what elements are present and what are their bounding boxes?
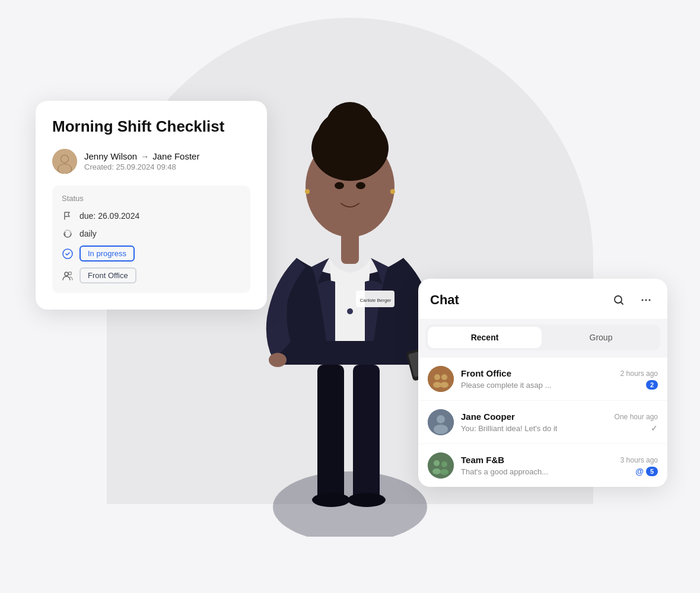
chat-preview-row-fb: That's a good approach... @ 5 (461, 467, 658, 476)
created-date: Created: 25.09.2024 09:48 (84, 162, 199, 171)
chat-name-jane-cooper: Jane Cooper (461, 412, 515, 422)
more-options-button[interactable] (637, 291, 656, 310)
svg-point-47 (441, 461, 447, 467)
user-row: Jenny Wilson → Jane Foster Created: 25.0… (52, 149, 250, 174)
team-fb-content: Team F&B 3 hours ago That's a good appro… (461, 455, 658, 476)
svg-point-44 (434, 425, 448, 434)
chat-badges-front-office: 2 (646, 380, 658, 390)
svg-point-45 (428, 452, 454, 479)
svg-point-19 (320, 117, 350, 144)
tab-container: Recent Group (418, 320, 667, 358)
people-icon (62, 270, 74, 282)
jane-cooper-content: Jane Cooper One hour ago You: Brilliant … (461, 412, 658, 433)
jane-cooper-avatar (428, 409, 454, 435)
user-info: Jenny Wilson → Jane Foster Created: 25.0… (84, 151, 199, 171)
chat-title: Chat (430, 292, 459, 308)
chat-header: Chat (418, 279, 667, 320)
recurrence-icon (62, 228, 74, 240)
chat-item-header-jc: Jane Cooper One hour ago (461, 412, 658, 422)
chat-item-team-fb[interactable]: Team F&B 3 hours ago That's a good appro… (418, 444, 667, 487)
svg-point-4 (348, 493, 386, 507)
front-office-badge[interactable]: Front Office (79, 267, 136, 283)
svg-point-41 (440, 382, 448, 388)
svg-point-31 (65, 272, 68, 276)
svg-point-37 (428, 366, 454, 392)
svg-point-49 (440, 469, 448, 475)
svg-point-36 (649, 299, 651, 301)
flag-icon (62, 210, 74, 222)
svg-point-48 (432, 468, 441, 474)
scene: Carlisle Berger (0, 0, 700, 593)
check-circle-icon (62, 248, 74, 260)
to-user: Jane Foster (152, 151, 199, 161)
svg-point-46 (434, 460, 440, 466)
due-date-text: due: 26.09.2024 (79, 211, 139, 221)
transfer-arrow-icon: → (141, 152, 149, 161)
svg-rect-2 (353, 365, 380, 501)
svg-point-28 (61, 155, 68, 162)
svg-point-5 (347, 308, 353, 314)
svg-point-3 (312, 493, 350, 507)
avatar (52, 149, 77, 174)
status-section: Status due: 26.09.2024 daily (52, 186, 250, 293)
svg-point-20 (352, 117, 378, 141)
svg-point-24 (390, 189, 395, 194)
chat-preview-jane-cooper: You: Brilliant idea! Let's do it (461, 424, 557, 433)
mention-icon: @ (635, 467, 644, 476)
chat-name-front-office: Front Office (461, 368, 511, 378)
chat-preview-row-jc: You: Brilliant idea! Let's do it ✓ (461, 423, 658, 433)
chat-item-jane-cooper[interactable]: Jane Cooper One hour ago You: Brilliant … (418, 401, 667, 444)
chat-time-front-office: 2 hours ago (621, 369, 658, 378)
recurrence-text: daily (79, 229, 97, 238)
chat-item-header-fb: Team F&B 3 hours ago (461, 455, 658, 465)
svg-point-35 (645, 299, 647, 301)
chat-preview-front-office: Please complete it asap ... (461, 381, 551, 390)
svg-point-22 (356, 182, 365, 189)
svg-point-23 (305, 189, 310, 194)
chat-preview-team-fb: That's a good approach... (461, 467, 548, 476)
svg-point-39 (441, 374, 447, 380)
svg-point-11 (269, 353, 287, 367)
chat-item-front-office[interactable]: Front Office 2 hours ago Please complete… (418, 358, 667, 401)
chat-card: Chat Recent (418, 279, 667, 487)
svg-point-40 (433, 382, 441, 388)
chat-badges-jc: ✓ (651, 423, 658, 433)
due-date-item: due: 26.09.2024 (62, 210, 241, 222)
chat-badges-fb: @ 5 (635, 467, 658, 476)
svg-text:Carlisle Berger: Carlisle Berger (360, 298, 392, 303)
svg-rect-1 (317, 365, 344, 501)
team-fb-avatar (428, 452, 454, 479)
chat-header-icons (609, 291, 656, 310)
chat-item-header: Front Office 2 hours ago (461, 368, 658, 378)
chat-time-jane-cooper: One hour ago (615, 413, 658, 421)
status-label: Status (62, 194, 241, 203)
recurrence-item: daily (62, 228, 241, 240)
checklist-card: Morning Shift Checklist Jenny Wilson → J… (36, 101, 267, 310)
progress-item: In progress (62, 246, 241, 262)
unread-count-front-office: 2 (646, 380, 658, 390)
tab-group[interactable]: Group (544, 327, 658, 348)
svg-point-43 (437, 415, 445, 423)
front-office-content: Front Office 2 hours ago Please complete… (461, 368, 658, 390)
tab-recent[interactable]: Recent (428, 327, 542, 348)
user-names: Jenny Wilson → Jane Foster (84, 151, 199, 161)
message-read-icon: ✓ (651, 423, 658, 433)
svg-point-34 (642, 299, 644, 301)
checklist-title: Morning Shift Checklist (52, 117, 250, 136)
from-user: Jenny Wilson (84, 151, 137, 161)
search-button[interactable] (609, 291, 628, 310)
chat-name-team-fb: Team F&B (461, 455, 504, 465)
chat-preview-row: Please complete it asap ... 2 (461, 380, 658, 390)
front-office-avatar (428, 366, 454, 392)
svg-point-32 (69, 272, 72, 275)
chat-time-team-fb: 3 hours ago (621, 456, 658, 464)
svg-point-21 (335, 182, 344, 189)
chat-list: Front Office 2 hours ago Please complete… (418, 358, 667, 487)
unread-count-team-fb: 5 (646, 467, 658, 476)
svg-point-0 (273, 471, 427, 537)
department-item: Front Office (62, 267, 241, 283)
in-progress-badge[interactable]: In progress (79, 246, 135, 262)
svg-point-38 (434, 374, 440, 380)
svg-point-29 (58, 164, 71, 174)
